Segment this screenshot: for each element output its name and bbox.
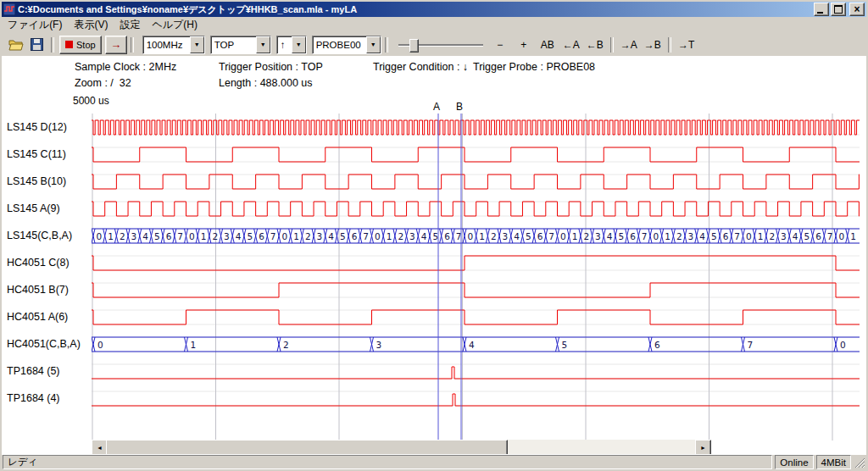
trigger-probe-select[interactable]: PROBE00 ▼ xyxy=(312,36,381,54)
waveform-trace xyxy=(92,175,860,189)
waveform-trace xyxy=(92,256,860,270)
move-right-to-b-button[interactable]: →B xyxy=(641,36,665,53)
toolbar-separator xyxy=(385,37,388,53)
bus-value: 7 xyxy=(734,231,740,241)
menu-help[interactable]: ヘルプ(H) xyxy=(146,16,203,34)
bus-value: 0 xyxy=(560,231,566,241)
channel-label: HC4051 B(7) xyxy=(7,284,69,296)
minimize-button[interactable] xyxy=(814,3,829,16)
chevron-down-icon[interactable]: ▼ xyxy=(190,36,204,53)
bus-value: 0 xyxy=(97,340,103,350)
resize-grip-icon xyxy=(854,456,865,468)
waveform-canvas: 0123456701234567012345670123456701234567… xyxy=(92,114,860,441)
bus-value: 3 xyxy=(131,231,137,241)
open-file-button[interactable] xyxy=(7,36,25,53)
bus-value: 0 xyxy=(746,231,752,241)
bus-value: 1 xyxy=(387,231,392,241)
bus-value: 6 xyxy=(352,231,358,241)
bus-value: 7 xyxy=(363,231,369,241)
waveform-trace xyxy=(92,202,860,216)
open-folder-icon xyxy=(8,39,24,51)
trigger-probe-info: Trigger Probe : PROBE08 xyxy=(473,61,595,73)
resize-grip[interactable] xyxy=(854,456,865,468)
app-icon xyxy=(3,3,15,15)
maximize-button[interactable] xyxy=(831,3,846,16)
chevron-down-icon[interactable]: ▼ xyxy=(256,36,270,53)
trigger-position-select[interactable]: TOP ▼ xyxy=(210,36,271,54)
trigger-edge-select[interactable]: ↑ ▼ xyxy=(276,36,307,54)
move-left-to-a-button[interactable]: ←A xyxy=(559,36,583,53)
bus-value: 4 xyxy=(469,340,475,350)
bus-value: 0 xyxy=(654,231,659,241)
bus-value: 2 xyxy=(120,231,125,241)
stop-icon xyxy=(65,41,73,48)
channel-label: HC4051(C,B,A) xyxy=(7,338,81,351)
bus-value: 5 xyxy=(711,231,717,241)
sample-rate-value: 100MHz xyxy=(143,40,190,50)
bus-value: 2 xyxy=(769,231,775,241)
bus-value: 1 xyxy=(665,231,670,241)
zoom-slider[interactable] xyxy=(398,36,483,53)
bus-value: 1 xyxy=(758,231,764,241)
bus-value: 1 xyxy=(479,231,485,241)
window-title: C:¥Documents and Settings¥noname¥デスクトップ¥… xyxy=(18,3,814,16)
bus-value: 2 xyxy=(398,231,403,241)
bus-value: 0 xyxy=(375,231,381,241)
channel-label: HC4051 A(6) xyxy=(7,311,68,324)
bus-value: 6 xyxy=(166,231,172,241)
menu-view[interactable]: 表示(V) xyxy=(68,16,114,34)
trigger-edge-value: ↑ xyxy=(277,40,292,50)
nav-button-group: −+AB←A←B→A→B→T xyxy=(488,36,698,53)
bus-value: 2 xyxy=(212,231,218,241)
window-controls: × xyxy=(814,3,865,16)
bus-value: 4 xyxy=(236,231,242,241)
bus-value: 2 xyxy=(283,340,289,350)
cursor-ab-button[interactable]: AB xyxy=(536,36,559,53)
waveform-trace xyxy=(92,283,860,297)
status-online: Online xyxy=(775,455,813,469)
goto-trigger-button[interactable]: →T xyxy=(675,36,698,53)
bus-value: 3 xyxy=(781,231,787,241)
slider-thumb[interactable] xyxy=(409,39,419,53)
channel-label: TP1684 (5) xyxy=(7,365,60,378)
bus-value: 3 xyxy=(317,231,323,241)
cursor-a-label[interactable]: A xyxy=(433,101,440,113)
waveform-trace xyxy=(92,120,860,135)
channel-label: LS145 A(9) xyxy=(7,202,60,215)
bus-value: 2 xyxy=(676,231,682,241)
toolbar-separator xyxy=(610,37,614,53)
cursor-b-label[interactable]: B xyxy=(456,101,463,113)
status-message: レディ xyxy=(3,455,772,469)
bus-value: 4 xyxy=(793,231,798,241)
bus-value: 1 xyxy=(108,231,114,241)
menu-file[interactable]: ファイル(F) xyxy=(2,16,68,34)
bus-value: 0 xyxy=(839,231,845,241)
bus-value: 0 xyxy=(468,231,474,241)
bus-value: 4 xyxy=(699,231,705,241)
toolbar: Stop → 100MHz ▼ TOP ▼ ↑ ▼ PROBE00 ▼ −+AB… xyxy=(2,33,866,57)
chevron-down-icon[interactable]: ▼ xyxy=(366,36,381,53)
waveform-area[interactable]: 0123456701234567012345670123456701234567… xyxy=(92,114,860,441)
bus-value: 3 xyxy=(224,231,230,241)
move-left-to-b-button[interactable]: ←B xyxy=(583,36,607,53)
zoom-in-button[interactable]: + xyxy=(512,36,536,53)
close-button[interactable]: × xyxy=(849,3,865,16)
bus-value: 3 xyxy=(688,231,694,241)
length-info: Length : 488.000 us xyxy=(219,77,313,89)
menu-settings[interactable]: 設定 xyxy=(114,16,146,34)
sample-rate-select[interactable]: 100MHz ▼ xyxy=(142,36,205,54)
bus-value: 1 xyxy=(191,340,197,350)
stop-button[interactable]: Stop xyxy=(59,36,102,54)
stop-label: Stop xyxy=(76,40,96,50)
bus-value: 7 xyxy=(827,231,833,241)
maximize-icon xyxy=(834,5,843,14)
title-bar[interactable]: C:¥Documents and Settings¥noname¥デスクトップ¥… xyxy=(2,2,866,17)
chevron-down-icon[interactable]: ▼ xyxy=(292,36,306,53)
horizontal-scrollbar[interactable]: ◄ ► xyxy=(92,440,711,454)
status-bar: レディ Online 4MBit xyxy=(2,454,866,469)
zoom-out-button[interactable]: − xyxy=(488,36,512,53)
trigger-probe-value: PROBE00 xyxy=(313,40,366,50)
run-button[interactable]: → xyxy=(105,36,127,54)
move-right-to-a-button[interactable]: →A xyxy=(617,36,641,53)
save-button[interactable] xyxy=(27,36,46,53)
